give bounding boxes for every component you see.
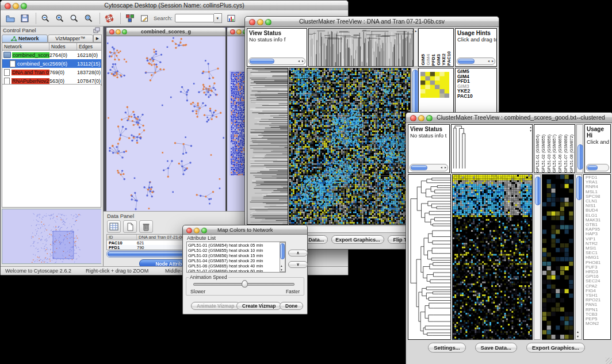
label-scroll-arrows[interactable]: ▴▾	[530, 125, 531, 132]
close-icon[interactable]	[230, 29, 235, 35]
resize-grip[interactable]	[606, 358, 612, 364]
column-label[interactable]: PAC10	[446, 51, 452, 66]
attribute-list-item[interactable]: GPL51-02 (GSM855) heat shock 10 min	[188, 248, 285, 253]
tv1-hints-scrollbar[interactable]: ◂▸	[457, 58, 495, 65]
minimize-icon[interactable]	[236, 29, 242, 35]
delete-attribute-icon[interactable]	[139, 220, 153, 233]
tv2-action-button[interactable]: Export Graphics...	[526, 343, 585, 352]
row-label[interactable]: PAC10	[457, 94, 496, 99]
tv2-action-button[interactable]: Save Data...	[475, 343, 517, 352]
attribute-list-scrollbar[interactable]: ▴▾	[280, 242, 285, 272]
save-button[interactable]	[18, 12, 31, 25]
help-lifering-icon[interactable]	[103, 12, 116, 25]
column-label[interactable]: GPL51-07 (GSM868)	[564, 135, 568, 173]
zoom-fit-button[interactable]	[82, 12, 95, 25]
close-icon[interactable]	[109, 29, 114, 35]
column-label[interactable]: YKE2	[441, 53, 446, 66]
create-vizmap-button[interactable]: Create Vizmap	[236, 302, 281, 310]
tv1-column-dendrogram[interactable]	[308, 28, 414, 67]
col-header-edges[interactable]: Edges	[77, 43, 101, 50]
column-label[interactable]: PFD1	[431, 54, 436, 66]
zoom-out-button[interactable]	[39, 12, 52, 25]
tv1-export-graphics-button[interactable]: Export Graphics...	[331, 235, 384, 244]
tv2-hints-scrollbar[interactable]	[586, 164, 609, 171]
tv2-header-scrollbar[interactable]	[576, 124, 583, 173]
attribute-select-icon[interactable]	[107, 220, 121, 233]
tv2-action-button[interactable]: Settings...	[428, 343, 465, 352]
column-label[interactable]: GIM4	[426, 54, 431, 66]
treeview2-titlebar[interactable]: ClusterMaker TreeView : combined_scores_…	[406, 113, 612, 123]
column-label[interactable]: GPL51-02 (GSM855)	[541, 135, 545, 173]
tv1-splitter[interactable]: ▸	[414, 28, 418, 67]
network-view-canvas[interactable]	[106, 36, 224, 211]
tv1-row-dendrogram[interactable]	[247, 68, 288, 225]
tab-vizmapper[interactable]: VizMapper™	[48, 35, 94, 43]
tab-overflow-arrow[interactable]: ▶	[93, 35, 102, 43]
tv2-column-dendrogram[interactable]: ▴▾	[451, 124, 533, 173]
network-overview[interactable]	[2, 209, 101, 264]
zoom-selected-button[interactable]	[68, 12, 81, 25]
tv1-heatmap[interactable]	[289, 68, 411, 225]
close-icon[interactable]	[410, 115, 416, 121]
zoom-window-icon[interactable]	[265, 19, 271, 25]
zoom-in-button[interactable]	[53, 12, 66, 25]
column-label[interactable]: GPL51-03 (GSM856)	[547, 135, 551, 173]
column-label[interactable]: GIM5	[420, 54, 426, 66]
network-list-row[interactable]: combined_sco 2569(6) 13112(15)	[2, 59, 101, 68]
col-header-network[interactable]: Network	[2, 43, 49, 50]
done-button[interactable]: Done	[280, 302, 303, 310]
move-up-button[interactable]: ∧	[288, 250, 308, 256]
float-panel-icon[interactable]	[93, 27, 101, 33]
zoom-window-icon[interactable]	[21, 3, 27, 9]
animate-vizmap-button[interactable]: Animate Vizmap	[191, 302, 240, 310]
minimize-icon[interactable]	[13, 3, 19, 9]
close-icon[interactable]	[186, 228, 192, 233]
col-header-nodes[interactable]: Nodes	[49, 43, 77, 50]
attribute-list-item[interactable]: GPL51-06 (GSM865) heat shock 40 min	[188, 263, 285, 269]
column-label[interactable]: GPL51-08 (GSM872)	[569, 135, 573, 173]
column-label[interactable]: GPL51-01 (GSM854)	[536, 135, 540, 173]
attribute-list-item[interactable]: GPL51-01 (GSM854) heat shock 05 min	[188, 243, 285, 248]
vizmapper-icon[interactable]	[124, 12, 136, 25]
zoom-window-icon[interactable]	[426, 115, 433, 121]
dialog-titlebar[interactable]: Map Colors to Network	[183, 225, 307, 235]
id-column-header[interactable]: ID	[107, 235, 137, 240]
network-tree-area[interactable]	[2, 84, 101, 208]
tv1-status-scrollbar[interactable]: ◂▸	[248, 58, 305, 65]
attribute-list-item[interactable]: GPL51-03 (GSM856) heat shock 15 min	[188, 253, 285, 258]
search-dropdown-icon[interactable]: ▼	[214, 13, 222, 23]
minimize-icon[interactable]	[116, 29, 121, 35]
tv2-status-scrollbar[interactable]: ◂▸	[410, 164, 448, 171]
attr-column-header[interactable]: DNA and Tran 07-21-06b	[137, 235, 189, 240]
network-list-row[interactable]: combined_scores 2764(0) 16218(0)	[2, 51, 101, 59]
annotation-icon[interactable]	[138, 12, 151, 25]
open-file-button[interactable]	[4, 12, 17, 25]
column-label[interactable]: GPL51-04 (GSM857)	[552, 135, 556, 173]
network-overview-canvas[interactable]	[2, 209, 101, 263]
tv2-heatmap-scrollbar[interactable]	[534, 174, 541, 340]
column-label[interactable]: GPL51-06 (GSM865)	[558, 135, 562, 173]
tv2-row-dendrogram[interactable]	[408, 174, 451, 340]
attribute-list-item[interactable]: GPL51-04 (GSM857) heat shock 20 min	[188, 258, 285, 263]
frame1-titlebar[interactable]: combined_scores_good.txt--cluste...	[106, 28, 225, 36]
search-input[interactable]	[175, 14, 214, 22]
tv2-zoom-scrollbar[interactable]: ▴▾	[575, 174, 582, 340]
tv1-cluster-matrix[interactable]	[420, 72, 449, 98]
minimize-icon[interactable]	[418, 115, 424, 121]
column-label[interactable]: GIM3	[436, 54, 441, 66]
tv2-heatmap[interactable]	[452, 174, 533, 340]
minimize-icon[interactable]	[257, 19, 263, 25]
network-list-row[interactable]: DNA and Tran 07 769(0) 183728(0)	[2, 68, 101, 76]
zoom-window-icon[interactable]	[122, 29, 127, 35]
zoom-window-icon[interactable]	[201, 228, 207, 233]
gene-label[interactable]: MON2	[586, 321, 610, 326]
close-icon[interactable]	[249, 19, 255, 25]
speed-slider-thumb[interactable]	[242, 280, 248, 288]
new-attribute-icon[interactable]	[123, 220, 137, 233]
attribute-list-item[interactable]: GPL51-07 (GSM868) heat shock 60 min	[188, 269, 285, 273]
attribute-list[interactable]: GPL51-01 (GSM854) heat shock 05 minGPL51…	[186, 242, 286, 273]
chart-panel-icon[interactable]	[225, 12, 238, 25]
main-titlebar[interactable]: Cytoscape Desktop (Session Name: collins…	[1, 1, 348, 11]
treeview1-titlebar[interactable]: ClusterMaker TreeView : DNA and Tran 07-…	[245, 17, 499, 27]
tv2-zoom-heatmap[interactable]	[542, 174, 574, 340]
